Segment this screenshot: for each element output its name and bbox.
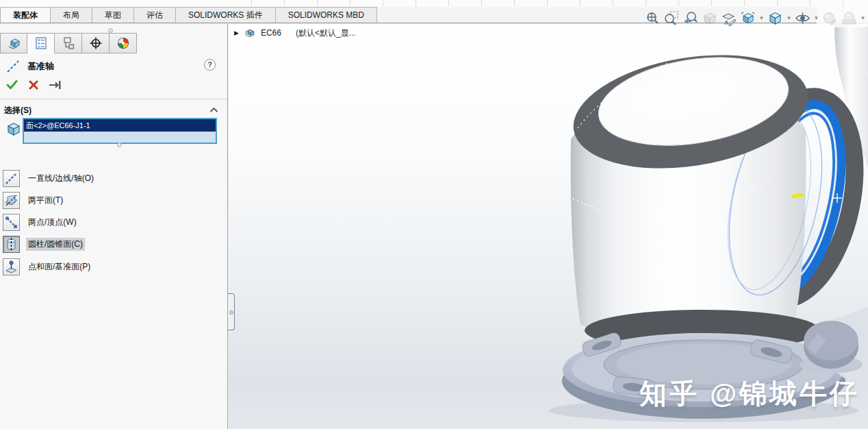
feature-tree-icon [7,36,21,50]
apply-scene-icon[interactable] [841,10,858,27]
configuration-manager-icon[interactable] [55,33,82,53]
configuration-icon [62,36,75,50]
line-edge-axis-icon[interactable] [3,170,20,187]
point-and-surface-icon[interactable] [3,258,20,275]
robot-joint-model[interactable] [229,24,868,429]
edit-appearance-icon[interactable] [821,10,839,27]
page-title: 基准轴 [27,60,54,73]
main-joint-housing[interactable] [565,40,837,339]
tab-solidworks-mbd[interactable]: SOLIDWORKS MBD [276,7,377,23]
option-label: 两点/顶点(W) [26,216,79,229]
property-manager-header: 基准轴 [5,59,54,74]
splitter-grip-dot [229,310,233,315]
feature-manager-tree-icon[interactable] [0,33,27,53]
display-manager-icon[interactable] [110,33,137,53]
dimxpert-manager-icon[interactable] [82,33,110,53]
zoom-to-area-icon[interactable] [663,10,680,27]
assembly-component-icon [244,27,256,39]
hide-show-items-icon[interactable] [794,10,811,27]
previous-view-icon[interactable] [682,10,699,27]
option-label: 点和面/基准面(P) [26,260,92,273]
face-selection-icon [5,121,21,137]
option-label: 圆柱/圆锥面(C) [26,238,85,251]
listbox-resize-grip[interactable] [117,143,122,147]
display-style-dropdown-arrow[interactable]: ▼ [786,15,792,21]
manager-tab-strip [0,33,137,53]
pin-icon[interactable] [49,79,62,91]
property-form-icon [34,36,48,50]
cancel-x-icon[interactable] [28,79,39,90]
reference-axis-icon [5,59,21,74]
annotation-views-icon[interactable]: A [720,10,737,27]
selection-item[interactable]: 面<2>@EC66-J1-1 [24,119,216,132]
panel-collapse-grip[interactable] [108,28,113,33]
option-label: 一直线/边线/轴(O) [26,172,96,185]
tab-assembly[interactable]: 装配体 [0,7,51,23]
help-icon[interactable]: ? [204,59,216,71]
color-wheel-icon [116,36,130,50]
view-orientation-icon[interactable] [739,10,756,27]
section-view-icon[interactable] [701,10,718,27]
option-point-and-surface[interactable]: 点和面/基准面(P) [3,257,92,276]
heads-up-view-toolbar: A ▼ ▼ ▼ [643,8,868,27]
option-line-edge-axis[interactable]: 一直线/边线/轴(O) [3,169,96,188]
dimxpert-target-icon [89,36,103,50]
ok-check-icon[interactable] [5,78,18,91]
option-two-planes[interactable]: 两平面(T) [3,191,65,210]
left-task-panel: 基准轴 ? 选择(S) [0,24,228,429]
tab-evaluate[interactable]: 评估 [134,7,176,23]
two-points-vertices-icon[interactable] [3,214,20,231]
option-cylindrical-conical[interactable]: 圆柱/圆锥面(C) [3,234,85,254]
watermark-text: 知乎 @锦城牛仔 [639,375,860,413]
tree-expand-arrow-icon[interactable]: ▶ [234,29,239,36]
hide-show-items-dropdown-arrow[interactable]: ▼ [813,15,819,21]
flyout-feature-tree[interactable]: ▶ EC66 (默认<默认_显... [234,27,356,39]
adjacent-base-part[interactable] [800,307,868,382]
property-manager-icon[interactable] [27,33,55,53]
selection-section-header[interactable]: 选择(S) [4,105,31,117]
zoom-to-fit-icon[interactable] [643,10,661,27]
cylindrical-conical-face-icon[interactable] [3,236,20,253]
collapsed-toolbar-strip [0,0,868,7]
option-label: 两平面(T) [26,194,65,207]
view-orientation-dropdown-arrow[interactable]: ▼ [758,15,765,21]
option-two-points[interactable]: 两点/顶点(W) [3,212,79,232]
svg-text:A: A [724,19,729,26]
apply-scene-dropdown-arrow[interactable]: ▼ [860,15,866,21]
chevron-up-icon[interactable] [209,107,218,113]
two-planes-icon[interactable] [3,192,20,209]
component-name[interactable]: EC66 [261,28,281,38]
selection-listbox[interactable]: 面<2>@EC66-J1-1 [23,118,217,144]
display-style-icon[interactable] [767,10,784,27]
section-divider [0,99,227,99]
property-manager-panel: 基准轴 ? 选择(S) [0,53,227,429]
pm-action-bar [5,78,62,91]
graphics-viewport[interactable]: ▶ EC66 (默认<默认_显... 知乎 @锦城牛仔 [229,24,868,429]
panel-splitter-handle[interactable] [228,293,235,330]
tab-sketch[interactable]: 草图 [92,7,134,23]
solidworks-window: 装配体 布局 草图 评估 SOLIDWORKS 插件 SOLIDWORKS MB… [0,0,868,429]
tab-layout[interactable]: 布局 [51,7,92,23]
configuration-name[interactable]: (默认<默认_显... [296,27,356,39]
toolbar-separator-ticks [219,0,868,6]
tab-solidworks-addins[interactable]: SOLIDWORKS 插件 [176,7,276,23]
